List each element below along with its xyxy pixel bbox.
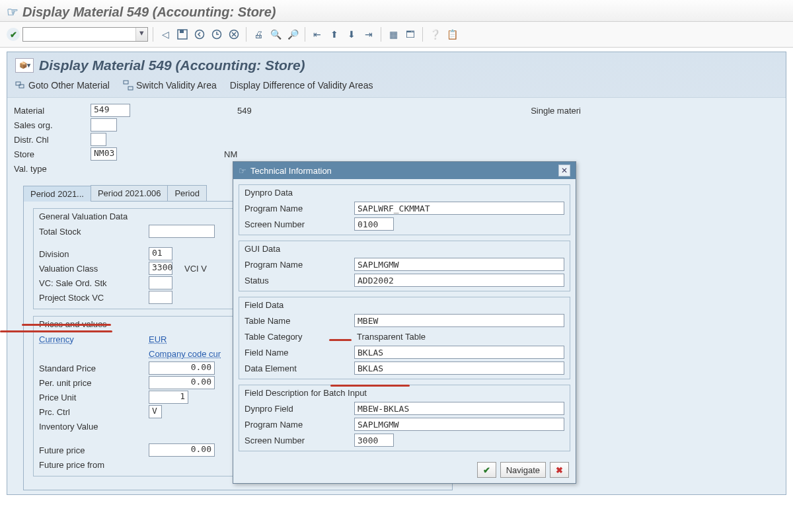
layout-menu-icon[interactable]: 📋 (445, 27, 459, 42)
future-price-field[interactable]: 0.00 (149, 443, 215, 457)
save-icon[interactable] (175, 27, 190, 42)
exit-round-icon[interactable] (209, 27, 224, 42)
field-legend: Field Data (239, 297, 570, 313)
vc-sale-ord-field[interactable] (149, 276, 172, 289)
main-toolbar: ✔ ▾ ◁ 🖨 🔍 🔎 ⇤ ⬆ ⬇ ⇥ ▦ 🗔 ❔ 📋 (0, 22, 793, 47)
dynpro-data-group: Dynpro Data Program NameSAPLWRF_CKMMAT S… (239, 184, 570, 235)
popup-ok-button[interactable]: ✔ (477, 462, 496, 478)
svg-rect-7 (124, 81, 128, 84)
field-name-field: BKLAS (354, 346, 564, 359)
batch-screen-label: Screen Number (245, 436, 350, 445)
popup-footer: ✔ Navigate ✖ (233, 457, 576, 483)
command-dropdown-icon[interactable]: ▾ (135, 28, 147, 41)
vci-v-text: VCI V (184, 264, 207, 274)
valuation-class-field[interactable]: 3300 (149, 262, 172, 275)
std-price-field[interactable]: 0.00 (149, 361, 215, 375)
help-icon[interactable]: ❔ (428, 27, 442, 42)
per-unit-field[interactable]: 0.00 (149, 376, 215, 389)
field-name-label: Field Name (245, 348, 350, 358)
gui-program-label: Program Name (245, 260, 350, 270)
svg-point-2 (196, 30, 204, 39)
back-round-icon[interactable] (192, 27, 207, 42)
store-field[interactable]: NM03 (91, 147, 117, 161)
annotation-underline-2 (0, 330, 112, 332)
dynpro-program-field: SAPLWRF_CKMMAT (354, 202, 564, 215)
batch-program-field: SAPLMGMW (354, 418, 564, 431)
screen-icon: 📦▾ (15, 58, 34, 73)
future-price-from-label: Future price from (39, 460, 145, 470)
valuation-class-label: Valuation Class (39, 264, 145, 274)
table-category-value: Transparent Table (354, 332, 564, 342)
new-session-icon[interactable]: ▦ (386, 27, 400, 42)
val-type-label: Val. type (14, 164, 87, 174)
material-field[interactable]: 549 (91, 104, 130, 117)
svg-rect-1 (180, 30, 184, 33)
popup-corner-icon: ☞ (239, 166, 246, 176)
price-unit-label: Price Unit (39, 393, 145, 402)
last-page-icon[interactable]: ⇥ (361, 27, 376, 42)
cancel-icon: ✖ (556, 465, 563, 475)
batch-program-label: Program Name (245, 420, 350, 430)
tab-period-1[interactable]: Period 2021... (23, 186, 91, 202)
std-price-label: Standard Price (39, 363, 145, 373)
find-icon[interactable]: 🔍 (268, 27, 283, 42)
price-unit-field[interactable]: 1 (149, 391, 188, 404)
gui-legend: GUI Data (239, 241, 570, 256)
sap-window-icon: ☞ (7, 4, 19, 20)
gui-status-label: Status (245, 276, 350, 285)
popup-cancel-button[interactable]: ✖ (550, 462, 569, 478)
field-data-group: Field Data Table NameMBEW Table Category… (239, 297, 570, 379)
project-stock-vc-label: Project Stock VC (39, 293, 145, 303)
switch-icon (123, 80, 133, 91)
dynpro-field-field: MBEW-BKLAS (354, 402, 564, 415)
table-name-field: MBEW (354, 314, 564, 327)
table-name-label: Table Name (245, 316, 350, 326)
popup-navigate-button[interactable]: Navigate (500, 462, 546, 478)
print-icon[interactable]: 🖨 (251, 27, 266, 42)
per-unit-label: Per. unit price (39, 378, 145, 388)
total-stock-field[interactable] (149, 225, 215, 238)
goto-icon (15, 80, 26, 91)
shortcut-icon[interactable]: 🗔 (403, 27, 418, 42)
inventory-value-label: Inventory Value (39, 422, 145, 432)
gui-data-group: GUI Data Program NameSAPLMGMW StatusADD2… (239, 241, 570, 291)
currency-value[interactable]: EUR (149, 334, 235, 344)
goto-other-material-button[interactable]: Goto Other Material (15, 80, 110, 91)
division-field[interactable]: 01 (149, 247, 172, 260)
svg-rect-8 (128, 87, 133, 90)
batch-input-group: Field Description for Batch Input Dynpro… (239, 385, 570, 451)
window-title: Display Material 549 (Accounting: Store) (22, 5, 276, 20)
next-page-icon[interactable]: ⬇ (344, 27, 359, 42)
total-stock-label: Total Stock (39, 227, 145, 237)
currency-link[interactable]: Currency (39, 334, 145, 344)
store-label: Store (14, 149, 87, 159)
dynpro-field-label: Dynpro Field (245, 404, 350, 414)
popup-title: Technical Information (250, 166, 332, 176)
cancel-round-icon[interactable] (227, 27, 241, 42)
first-page-icon[interactable]: ⇤ (310, 27, 324, 42)
annotation-underline-4 (330, 385, 410, 387)
back-icon[interactable]: ◁ (158, 27, 172, 42)
prc-ctrl-field[interactable]: V (149, 405, 162, 418)
dynpro-program-label: Program Name (245, 204, 350, 213)
popup-close-button[interactable]: ✕ (558, 165, 570, 176)
gui-program-field: SAPLMGMW (354, 258, 564, 271)
data-element-field: BKLAS (354, 361, 564, 375)
tab-period-3[interactable]: Period (167, 185, 207, 201)
tab-period-2[interactable]: Period 2021.006 (91, 185, 168, 201)
command-field[interactable]: ▾ (22, 27, 148, 42)
sales-org-field[interactable] (91, 118, 117, 132)
prev-page-icon[interactable]: ⬆ (327, 27, 342, 42)
distr-chl-field[interactable] (91, 133, 106, 146)
vc-sale-ord-label: VC: Sale Ord. Stk (39, 278, 145, 288)
material-desc: 549 (237, 106, 252, 116)
project-stock-vc-field[interactable] (149, 291, 172, 304)
display-diff-button[interactable]: Display Difference of Validity Areas (230, 80, 373, 91)
batch-screen-field: 3000 (354, 434, 394, 447)
switch-validity-button[interactable]: Switch Validity Area (123, 80, 217, 91)
find-next-icon[interactable]: 🔎 (285, 27, 300, 42)
store-desc: NM (224, 149, 237, 159)
annotation-underline-3 (329, 339, 352, 341)
ok-button[interactable]: ✔ (7, 28, 20, 41)
gui-status-field: ADD2002 (354, 274, 564, 287)
